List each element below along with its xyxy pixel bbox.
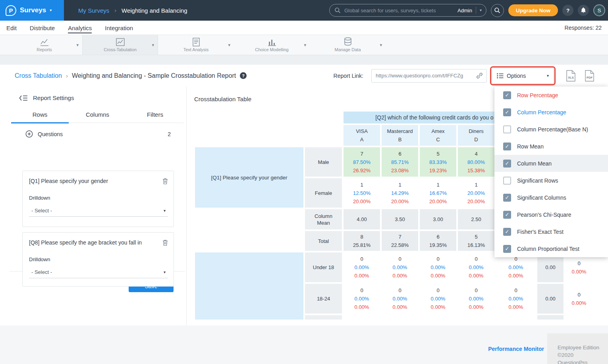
drilldown-label: Drilldown	[29, 195, 168, 201]
option-fisher-s-exact-test[interactable]: ✓Fisher's Exact Test	[494, 223, 608, 240]
export-xls-button[interactable]: XLS	[566, 70, 576, 82]
data-cell: 00.00%0.00%	[420, 252, 456, 282]
unchecked-checkbox-icon[interactable]	[503, 125, 511, 133]
toolbar-cross-tabulation[interactable]: Cross-Tabulation▾	[82, 35, 158, 55]
questions-row: Questions 2	[25, 130, 171, 138]
checked-checkbox-icon[interactable]: ✓	[503, 160, 511, 168]
option-pearson-s-chi-square[interactable]: ✓Pearson's Chi-Square	[494, 206, 608, 223]
checked-checkbox-icon[interactable]: ✓	[503, 143, 511, 150]
tab-distribute[interactable]: Distribute	[30, 22, 55, 33]
checked-checkbox-icon[interactable]: ✓	[503, 194, 511, 202]
reports-icon	[40, 38, 49, 46]
data-cell: 00.00%0.00%	[344, 252, 380, 282]
data-cell	[458, 315, 494, 320]
notifications-button[interactable]	[578, 5, 589, 16]
upgrade-now-button[interactable]: Upgrade Now	[508, 4, 558, 16]
toolbar-manage-data[interactable]: Manage Data▾	[310, 35, 386, 55]
breadcrumb-separator-icon: ›	[66, 72, 68, 79]
xls-file-icon: XLS	[566, 70, 576, 82]
checked-checkbox-icon[interactable]: ✓	[503, 91, 511, 99]
export-pdf-button[interactable]: PDF	[585, 70, 594, 82]
logo-letter: P	[9, 7, 13, 14]
settings-tab-filters[interactable]: Filters	[126, 111, 184, 123]
chevron-down-icon[interactable]: ▾	[480, 8, 482, 12]
divider	[476, 7, 476, 14]
report-link-input[interactable]	[376, 73, 476, 79]
checked-checkbox-icon[interactable]: ✓	[503, 245, 511, 253]
tab-integration[interactable]: Integration	[105, 22, 133, 33]
column-mean-cell: 3.00	[420, 209, 456, 229]
add-question-button[interactable]	[25, 130, 33, 138]
help-button[interactable]: ?	[562, 5, 573, 16]
column-header-amex: AmexC	[420, 125, 456, 146]
chevron-down-icon[interactable]: ▾	[304, 42, 306, 48]
settings-tab-rows[interactable]: Rows	[11, 111, 69, 123]
tab-analytics[interactable]: Analytics	[68, 22, 92, 33]
collapse-panel-icon[interactable]	[19, 95, 28, 101]
search-scope-selector[interactable]: Admin	[457, 8, 472, 13]
help-icon[interactable]: ?	[240, 72, 247, 79]
search-input[interactable]	[344, 8, 454, 13]
toolbar-choice-modelling[interactable]: Choice Modelling▾	[234, 35, 310, 55]
top-navbar: P Surveys ▾ My Surveys › Weighting and B…	[0, 0, 608, 21]
data-cell: 116.67%20.00%	[420, 178, 456, 208]
spacer-cell	[195, 231, 303, 251]
chevron-down-icon[interactable]: ▾	[228, 42, 230, 48]
chevron-down-icon[interactable]: ▾	[152, 42, 154, 48]
option-significant-columns[interactable]: ✓Significant Columns	[494, 189, 608, 206]
analytics-toolbar: Reports▾Cross-Tabulation▾Text Analysis▾C…	[0, 35, 608, 55]
checked-checkbox-icon[interactable]: ✓	[503, 211, 511, 219]
pdf-label: PDF	[587, 76, 593, 79]
question-label: [Q1] Please specify your gender	[29, 178, 108, 184]
option-row-mean[interactable]: ✓Row Mean	[494, 138, 608, 155]
total-cell: 516.13%	[458, 231, 494, 251]
unchecked-checkbox-icon[interactable]	[503, 177, 511, 185]
answer-label-male: Male	[305, 147, 342, 177]
product-switcher[interactable]: P Surveys ▾	[0, 0, 64, 21]
global-search[interactable]: Admin ▾	[329, 4, 486, 17]
drilldown-label: Drilldown	[29, 256, 168, 262]
column-header-visa: VISAA	[344, 125, 380, 146]
tab-edit[interactable]: Edit	[6, 22, 17, 33]
questions-count: 2	[168, 131, 171, 137]
option-significant-rows[interactable]: Significant Rows	[494, 172, 608, 189]
delete-question-button[interactable]	[162, 178, 168, 185]
chevron-down-icon: ▾	[547, 74, 549, 78]
option-column-percentage-base-n[interactable]: Column Percentage(Base N)	[494, 121, 608, 138]
crosstab-title: Crosstabulation Table	[194, 96, 251, 102]
option-column-mean[interactable]: ✓Column Mean	[494, 155, 608, 172]
avatar[interactable]: S	[593, 4, 605, 16]
chevron-down-icon[interactable]: ▾	[76, 42, 79, 48]
toolbar-text-analysis[interactable]: Text Analysis▾	[158, 35, 234, 55]
my-surveys-link[interactable]: My Surveys	[78, 7, 109, 14]
options-button[interactable]: Options ▾	[492, 68, 554, 84]
link-icon[interactable]	[476, 72, 483, 79]
cross-tabulation-breadcrumb-link[interactable]: Cross Tabulation	[15, 72, 62, 79]
option-column-percentage[interactable]: ✓Column Percentage	[494, 104, 608, 121]
drilldown-select[interactable]: - Select -▾	[29, 266, 168, 278]
option-row-percentage[interactable]: ✓Row Percentage	[494, 87, 608, 104]
question-card: [Q8] Please specify the age bracket you …	[22, 232, 174, 287]
option-label: Column Proportional Test	[517, 246, 579, 252]
checked-checkbox-icon[interactable]: ✓	[503, 228, 511, 236]
breadcrumb-separator-icon: ›	[114, 7, 116, 13]
checked-checkbox-icon[interactable]: ✓	[503, 108, 511, 116]
option-column-proportional-test[interactable]: ✓Column Proportional Test	[494, 240, 608, 257]
delete-question-button[interactable]	[162, 239, 168, 246]
brand-label: Surveys	[20, 6, 46, 14]
choice-modelling-icon	[267, 38, 277, 46]
total-cell: 722.58%	[382, 231, 418, 251]
answer-label	[305, 315, 342, 320]
navbar-actions: Admin ▾ Upgrade Now ? S	[329, 4, 608, 17]
answer-label-under-18: Under 18	[305, 252, 342, 282]
performance-monitor-link[interactable]: Performance Monitor	[488, 346, 544, 352]
settings-tab-columns[interactable]: Columns	[69, 111, 126, 123]
check-icon: ✓	[505, 246, 510, 252]
drilldown-select[interactable]: - Select -▾	[29, 205, 168, 217]
total-cell: 00.00%	[565, 284, 593, 314]
search-button[interactable]	[491, 4, 504, 17]
toolbar-reports[interactable]: Reports▾	[6, 35, 82, 55]
column-header-diners: DinersD	[458, 125, 494, 146]
text-analysis-icon	[192, 38, 200, 46]
chevron-down-icon[interactable]: ▾	[380, 42, 382, 48]
